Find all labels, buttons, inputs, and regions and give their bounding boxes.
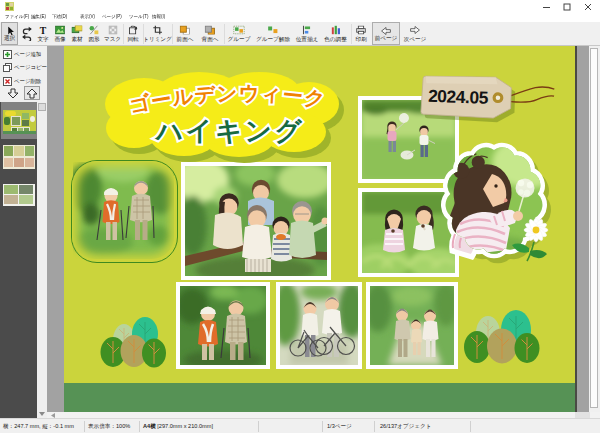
svg-text:2024.05: 2024.05	[428, 86, 489, 108]
svg-text:T: T	[40, 25, 47, 34]
svg-text:ハイキング: ハイキング	[154, 116, 304, 146]
